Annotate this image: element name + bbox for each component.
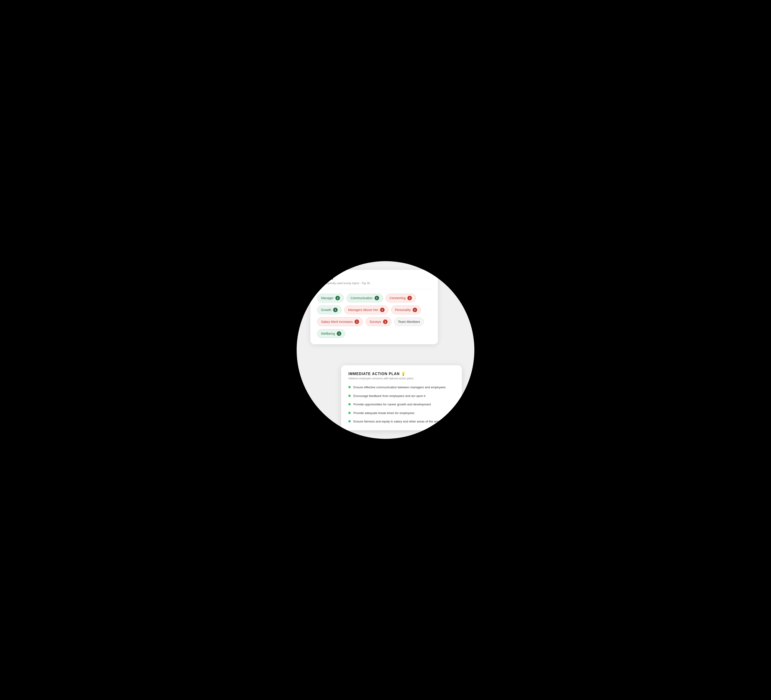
action-item-2: Encourage feedback from employees and ac… <box>348 394 455 398</box>
action-item-4: Provide adequate break times for employe… <box>348 411 455 415</box>
chip-team-members[interactable]: Team Members <box>394 317 424 326</box>
chip-managers-above[interactable]: Managers Above Her 1 <box>344 306 389 314</box>
action-text-2: Encourage feedback from employees and ac… <box>353 394 425 398</box>
chip-badge-growth: 1 <box>333 308 338 312</box>
topics-divider <box>317 289 431 289</box>
action-dot-1 <box>348 386 351 388</box>
action-text-3: Provide opportunities for career growth … <box>353 402 431 407</box>
chip-connecting[interactable]: Connecting 1 <box>386 294 416 302</box>
action-dot-4 <box>348 412 351 414</box>
chip-growth[interactable]: Growth 1 <box>317 306 342 314</box>
chip-label-salary: Salary Merit Increases <box>321 320 353 324</box>
chip-badge-communication: 1 <box>374 296 379 300</box>
main-circle: TOPICS Most frequently used survey topic… <box>297 261 474 439</box>
chip-communication[interactable]: Communication 1 <box>346 294 383 302</box>
chip-label-growth: Growth <box>321 308 331 312</box>
chip-label-team-members: Team Members <box>398 320 420 324</box>
chip-badge-salary: 1 <box>355 319 359 324</box>
topics-title: TOPICS <box>317 276 431 281</box>
chip-badge-personality: 1 <box>413 308 417 312</box>
chip-label-wellbeing: Wellbeing <box>321 332 335 335</box>
chip-salary[interactable]: Salary Merit Increases 1 <box>317 317 363 326</box>
action-plan-subtitle: Address employee concerns with tailored … <box>348 377 455 380</box>
action-plan-title-text: IMMEDIATE ACTION PLAN <box>348 372 400 376</box>
topics-row-1: Manager 2 Communication 1 Connecting 1 <box>317 294 431 302</box>
action-text-1: Ensure effective communication between m… <box>353 385 446 390</box>
chip-badge-surveys: 1 <box>383 319 387 324</box>
chip-label-personality: Personality <box>395 308 411 312</box>
chip-label-manager: Manager <box>321 296 333 300</box>
action-text-5: Ensure fairness and equity in salary and… <box>353 419 448 424</box>
topics-grid: Manager 2 Communication 1 Connecting 1 G… <box>317 294 431 338</box>
chip-label-connecting: Connecting <box>390 296 406 300</box>
topics-card: TOPICS Most frequently used survey topic… <box>310 270 438 344</box>
chip-badge-wellbeing: 1 <box>337 331 341 336</box>
chip-badge-manager: 2 <box>335 296 340 300</box>
action-dot-5 <box>348 420 351 422</box>
action-item-3: Provide opportunities for career growth … <box>348 402 455 407</box>
action-plan-title: IMMEDIATE ACTION PLAN 💡 <box>348 372 455 376</box>
action-item-1: Ensure effective communication between m… <box>348 385 455 390</box>
topics-row-4: Wellbeing 1 <box>317 329 431 338</box>
chip-badge-connecting: 1 <box>407 296 412 300</box>
chip-label-managers-above: Managers Above Her <box>348 308 378 312</box>
action-dot-2 <box>348 395 351 397</box>
topics-row-2: Growth 1 Managers Above Her 1 Personalit… <box>317 306 431 314</box>
chip-surveys[interactable]: Surveys 1 <box>366 317 391 326</box>
chip-label-communication: Communication <box>350 296 372 300</box>
chip-label-surveys: Surveys <box>369 320 381 324</box>
action-item-5: Ensure fairness and equity in salary and… <box>348 419 455 424</box>
chip-manager[interactable]: Manager 2 <box>317 294 344 302</box>
chip-badge-managers-above: 1 <box>380 308 385 312</box>
topics-subtitle: Most frequently used survey topics - Top… <box>317 282 431 285</box>
action-dot-3 <box>348 403 351 405</box>
bulb-icon: 💡 <box>401 372 406 376</box>
action-plan-list: Ensure effective communication between m… <box>348 385 455 424</box>
action-plan-card: IMMEDIATE ACTION PLAN 💡 Address employee… <box>341 365 462 430</box>
chip-personality[interactable]: Personality 1 <box>391 306 421 314</box>
topics-row-3: Salary Merit Increases 1 Surveys 1 Team … <box>317 317 431 326</box>
chip-wellbeing[interactable]: Wellbeing 1 <box>317 329 345 338</box>
action-text-4: Provide adequate break times for employe… <box>353 411 415 415</box>
